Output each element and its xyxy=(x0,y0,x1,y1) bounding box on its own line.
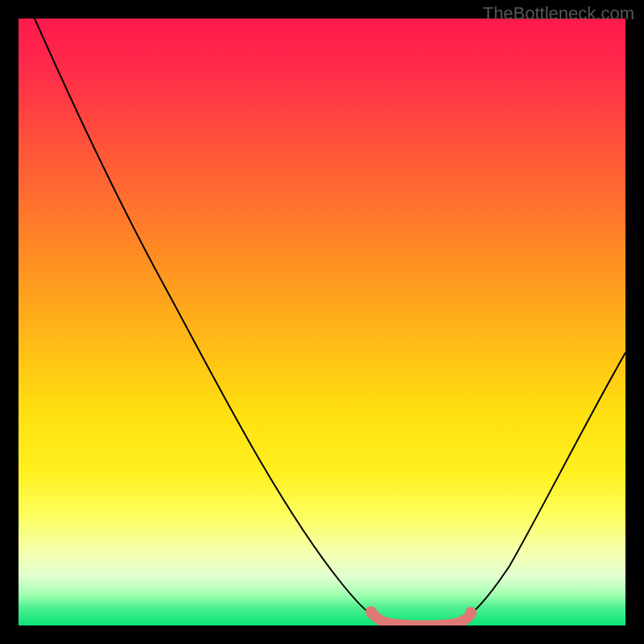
optimal-zone-dot-left xyxy=(365,606,377,617)
bottleneck-curve-line xyxy=(35,19,625,624)
bottleneck-chart xyxy=(19,19,625,625)
optimal-zone-marker xyxy=(371,613,471,625)
optimal-zone-dot-right xyxy=(465,607,477,618)
watermark-text: TheBottleneck.com xyxy=(483,3,634,24)
